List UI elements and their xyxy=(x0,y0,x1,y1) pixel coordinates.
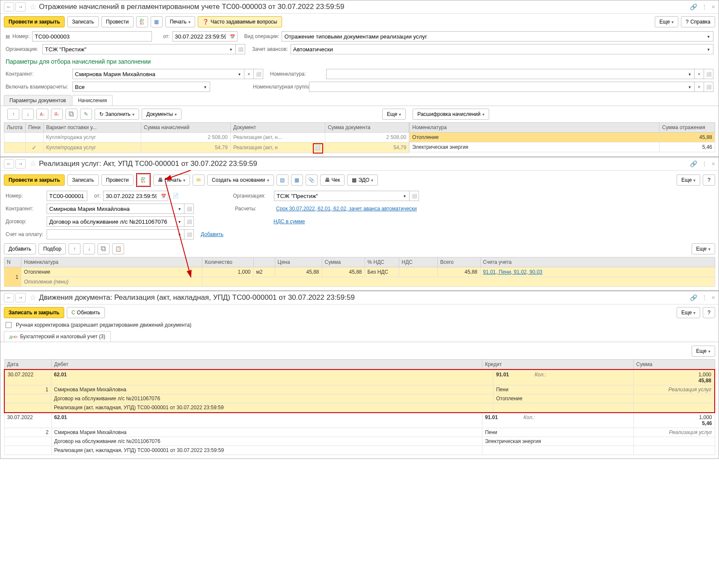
email-button[interactable]: ✉ xyxy=(193,174,205,186)
table-row[interactable]: 1 Отопление 1,000 м2 45,88 45,88 Без НДС… xyxy=(4,267,715,277)
print-button[interactable]: Печать xyxy=(165,16,195,27)
doc-button[interactable]: ▤ xyxy=(276,174,288,186)
nomen-group-input[interactable] xyxy=(309,82,685,92)
star-icon[interactable]: ☆ xyxy=(30,2,36,12)
decode-button[interactable]: Расшифровка начислений xyxy=(413,109,489,120)
counterparty-input[interactable] xyxy=(47,204,175,214)
forward-button[interactable]: → xyxy=(15,159,26,168)
help-button[interactable]: ? xyxy=(703,307,715,318)
more-button[interactable]: Еще xyxy=(382,109,406,120)
forward-button[interactable]: → xyxy=(15,293,26,302)
post-button[interactable]: Провести xyxy=(101,16,134,27)
edo-button[interactable]: ▦ ЭДО xyxy=(347,174,378,186)
table-row[interactable]: Купля/продажа услуг 2 508,00 Реализация … xyxy=(4,133,409,142)
number-input[interactable] xyxy=(47,191,87,201)
copy-button[interactable]: ⿻ xyxy=(98,243,110,254)
sort-desc-button[interactable]: Я↓ xyxy=(51,109,63,120)
save-button[interactable]: Записать xyxy=(67,16,98,27)
add-link[interactable]: Добавить xyxy=(201,231,223,237)
menu-icon[interactable]: ⋮ xyxy=(701,3,707,10)
more-button[interactable]: Еще xyxy=(655,16,678,27)
back-button[interactable]: ← xyxy=(4,159,14,168)
table-row[interactable]: Отопление 45,88 xyxy=(410,133,715,142)
org-input[interactable] xyxy=(274,191,400,201)
up-button[interactable]: ↑ xyxy=(7,109,19,120)
contract-input[interactable] xyxy=(47,216,175,227)
table-row[interactable]: 1 Смирнова Мария Михайловна Пени Реализа… xyxy=(5,385,714,394)
table-row[interactable]: 30.07.2022 62.01 91.01Кол.: 1,0005,46 xyxy=(4,413,715,428)
dtkt-button[interactable]: ДтКт xyxy=(137,174,149,186)
menu-icon[interactable]: ⋮ xyxy=(701,160,707,167)
settlements-input[interactable] xyxy=(72,82,201,92)
star-icon[interactable]: ☆ xyxy=(30,159,36,168)
link-icon[interactable]: 🔗 xyxy=(690,160,697,167)
table-row[interactable]: Электрическая энергия 5,46 xyxy=(410,142,715,152)
tab-accruals[interactable]: Начисления xyxy=(72,95,113,106)
documents-button[interactable]: Документы xyxy=(142,109,181,120)
more-button[interactable]: Еще xyxy=(677,307,700,318)
manual-checkbox[interactable] xyxy=(6,322,12,328)
calc-link[interactable]: Срок 30.07.2022, 62.01, 62.02, зачет ава… xyxy=(276,206,417,212)
advance-input[interactable] xyxy=(291,44,704,54)
pick-button[interactable]: Подбор xyxy=(39,243,66,254)
sort-asc-button[interactable]: А↓ xyxy=(36,109,48,120)
dropdown-icon[interactable]: ▾ xyxy=(226,44,236,54)
tab-accounting[interactable]: ДтКт Бухгалтерский и налоговый учет (3) xyxy=(4,331,111,342)
help-button[interactable]: ? Справка xyxy=(681,16,715,27)
tab-params[interactable]: Параметры документов xyxy=(4,95,71,106)
print-button[interactable]: 🖶 Печать xyxy=(153,174,190,186)
menu-icon[interactable]: ⋮ xyxy=(701,294,707,301)
back-button[interactable]: ← xyxy=(4,2,14,12)
edit-button[interactable]: ✎ xyxy=(80,109,92,120)
op-type-input[interactable] xyxy=(282,31,704,41)
close-icon[interactable]: × xyxy=(712,160,715,167)
copy-button[interactable]: ⿻ xyxy=(65,109,77,120)
open-icon[interactable]: ⬜ xyxy=(236,44,245,54)
table-row[interactable]: 2 Смирнова Мария Михайловна Пени Реализа… xyxy=(4,428,715,437)
help-button[interactable]: ? xyxy=(703,174,715,186)
attach-button[interactable]: 📎 xyxy=(306,174,318,186)
calendar-icon[interactable]: 📅 xyxy=(228,31,238,41)
nomen-input[interactable] xyxy=(326,69,685,79)
invoice-input[interactable] xyxy=(47,229,175,239)
refresh-button[interactable]: С Обновить xyxy=(67,307,105,318)
table-row[interactable]: Отопление (пени) xyxy=(4,277,715,287)
post-close-button[interactable]: Провести и закрыть xyxy=(4,174,65,186)
dtkt-button[interactable]: ДтКт xyxy=(136,16,148,27)
table-row[interactable]: Договор на обслуживание л/с №2011067076 … xyxy=(4,437,715,446)
more-button[interactable]: Еще xyxy=(692,346,715,357)
more-button[interactable]: Еще xyxy=(677,174,700,186)
create-based-button[interactable]: Создать на основании xyxy=(207,174,274,186)
table-row[interactable]: ✓ Купля/продажа услуг 54,79 Реализация (… xyxy=(4,142,409,153)
date-input[interactable] xyxy=(103,191,159,201)
org-input[interactable] xyxy=(42,44,226,54)
vat-link[interactable]: НДС в сумме xyxy=(273,219,305,225)
open-doc-icon[interactable]: ⬜ xyxy=(314,145,322,152)
number-input[interactable] xyxy=(32,31,152,41)
table-row[interactable]: 30.07.2022 62.01 91.01Кол.: 1,00045,88 xyxy=(5,370,714,385)
calendar-icon[interactable]: 📅 xyxy=(159,191,168,201)
check-button[interactable]: 🖶 Чек xyxy=(320,174,345,186)
down-button[interactable]: ↓ xyxy=(22,109,34,120)
link-icon[interactable]: 🔗 xyxy=(690,294,697,301)
link-icon[interactable]: 🔗 xyxy=(690,3,697,10)
paste-button[interactable]: 📋 xyxy=(112,243,124,254)
table-row[interactable]: Договор на обслуживание л/с №2011067076 … xyxy=(5,394,714,403)
save-button[interactable]: Записать xyxy=(67,174,98,186)
structure-button[interactable]: ▦ xyxy=(151,16,163,27)
up-button[interactable]: ↑ xyxy=(68,243,80,254)
table-row[interactable]: Реализация (акт, накладная, УПД) ТС00-00… xyxy=(5,403,714,412)
add-button[interactable]: Добавить xyxy=(4,243,36,254)
post-button[interactable]: Провести xyxy=(101,174,134,186)
close-icon[interactable]: × xyxy=(712,3,715,10)
dropdown-icon[interactable]: ▾ xyxy=(704,44,713,54)
counterparty-input[interactable] xyxy=(72,69,235,79)
forward-button[interactable]: → xyxy=(15,2,26,12)
close-icon[interactable]: × xyxy=(712,294,715,301)
dropdown-icon[interactable]: ▾ xyxy=(704,31,713,41)
post-close-button[interactable]: Провести и закрыть xyxy=(4,16,65,27)
star-icon[interactable]: ☆ xyxy=(30,293,36,302)
struct-button[interactable]: ▦ xyxy=(291,174,303,186)
table-row[interactable]: Реализация (акт, накладная, УПД) ТС00-00… xyxy=(4,446,715,455)
more-button[interactable]: Еще xyxy=(692,243,715,254)
